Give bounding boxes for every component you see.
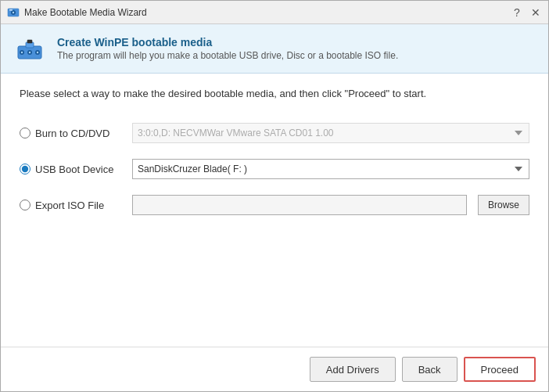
export-iso-row: Export ISO File C:\Users\admin\Desktop\P…: [20, 195, 529, 215]
usb-boot-radio[interactable]: [20, 164, 30, 174]
export-iso-radio[interactable]: [20, 200, 30, 210]
export-iso-text: Export ISO File: [35, 200, 104, 211]
svg-rect-3: [9, 9, 13, 11]
header-text-block: Create WinPE bootable media The program …: [57, 36, 398, 61]
svg-point-12: [37, 52, 38, 53]
help-button[interactable]: ?: [511, 6, 523, 19]
export-iso-label[interactable]: Export ISO File: [20, 200, 121, 211]
options-area: Burn to CD/DVD 3:0:0,D: NECVMWar VMware …: [20, 123, 529, 215]
header-title: Create WinPE bootable media: [57, 36, 398, 49]
svg-rect-6: [27, 40, 32, 43]
svg-point-2: [13, 11, 14, 13]
export-iso-input[interactable]: C:\Users\admin\Desktop\PartAssist_WinPE.…: [132, 195, 467, 215]
wizard-icon: [7, 6, 20, 19]
close-button[interactable]: ✕: [529, 6, 542, 19]
main-window: Make Bootable Media Wizard ? ✕ Create Wi…: [0, 0, 549, 392]
add-drivers-button[interactable]: Add Drivers: [310, 357, 396, 382]
burn-cd-row: Burn to CD/DVD 3:0:0,D: NECVMWar VMware …: [20, 123, 529, 143]
main-content: Please select a way to make the desired …: [1, 74, 548, 347]
burn-cd-radio[interactable]: [20, 128, 30, 138]
title-bar-controls: ? ✕: [511, 6, 542, 19]
browse-button[interactable]: Browse: [478, 195, 529, 215]
title-bar: Make Bootable Media Wizard ? ✕: [1, 1, 548, 24]
burn-cd-text: Burn to CD/DVD: [35, 128, 109, 139]
usb-boot-dropdown[interactable]: SanDiskCruzer Blade( F: ): [132, 159, 529, 179]
usb-boot-label[interactable]: USB Boot Device: [20, 164, 121, 175]
burn-cd-label[interactable]: Burn to CD/DVD: [20, 128, 121, 139]
svg-point-8: [21, 52, 23, 53]
title-bar-left: Make Bootable Media Wizard: [7, 6, 147, 19]
window-title: Make Bootable Media Wizard: [24, 7, 147, 18]
usb-boot-row: USB Boot Device SanDiskCruzer Blade( F: …: [20, 159, 529, 179]
header-area: Create WinPE bootable media The program …: [1, 24, 548, 74]
back-button[interactable]: Back: [402, 357, 458, 382]
header-subtitle: The program will help you make a bootabl…: [57, 50, 398, 61]
usb-boot-text: USB Boot Device: [35, 164, 113, 175]
instruction-text: Please select a way to make the desired …: [20, 88, 529, 99]
svg-point-10: [29, 52, 30, 53]
burn-cd-dropdown[interactable]: 3:0:0,D: NECVMWar VMware SATA CD01 1.00: [132, 123, 529, 143]
footer: Add Drivers Back Proceed: [1, 347, 548, 391]
bootable-media-icon: [13, 32, 46, 65]
proceed-button[interactable]: Proceed: [464, 357, 536, 382]
